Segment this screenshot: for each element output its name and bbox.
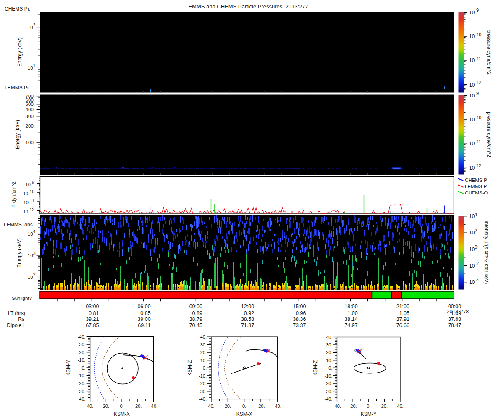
svg-text:0.: 0. [203,365,207,370]
svg-text:100.: 100. [26,140,35,145]
svg-text:pressure dyne/cm^2: pressure dyne/cm^2 [486,112,492,157]
svg-text:10-11: 10-11 [24,198,34,205]
svg-text:10-9: 10-9 [469,8,479,16]
svg-text:-20.: -20. [199,381,207,386]
svg-text:40.: 40. [208,404,214,409]
svg-text:38.36: 38.36 [293,316,306,322]
svg-text:102: 102 [28,272,36,280]
svg-text:Energy (keV): Energy (keV) [17,37,23,67]
svg-text:Energy (keV): Energy (keV) [16,238,22,268]
svg-text:500.: 500. [26,102,35,107]
svg-text:40.: 40. [397,404,403,409]
svg-text:37.91: 37.91 [396,316,410,322]
svg-text:2013-278: 2013-278 [447,309,469,315]
svg-text:0.: 0. [367,404,370,409]
svg-text:10-2: 10-2 [469,261,479,269]
svg-text:LEMMS Ions: LEMMS Ions [4,222,33,228]
svg-text:CHEMS Pr.: CHEMS Pr. [5,6,30,12]
svg-text:-40.: -40. [78,334,86,339]
svg-text:-20.: -20. [325,381,333,386]
svg-text:74.97: 74.97 [344,323,357,328]
svg-text:1.00: 1.00 [347,310,357,316]
svg-text:06:00: 06:00 [137,304,150,310]
svg-text:100: 100 [469,244,477,252]
svg-text:76.66: 76.66 [396,323,410,328]
svg-text:10-9: 10-9 [469,91,479,99]
svg-text:20.: 20. [79,381,85,386]
svg-text:102: 102 [28,22,36,30]
svg-text:KSM-Z: KSM-Z [312,360,318,376]
svg-text:1.05: 1.05 [399,310,410,316]
svg-text:101: 101 [28,63,36,71]
svg-text:10-11: 10-11 [469,56,481,64]
svg-text:-40.: -40. [273,404,281,409]
svg-text:intensity 1/(s cm^2 ster keV): intensity 1/(s cm^2 ster keV) [483,221,489,284]
svg-text:-30.: -30. [325,389,333,394]
svg-text:-20.: -20. [78,350,86,355]
svg-text:71.87: 71.87 [241,323,254,328]
svg-text:40.: 40. [87,404,93,409]
svg-text:09:00: 09:00 [189,304,202,310]
svg-text:78.47: 78.47 [448,323,461,328]
svg-text:-20.: -20. [349,404,357,409]
svg-text:102: 102 [469,228,477,236]
svg-text:-40.: -40. [199,396,207,402]
svg-text:40.: 40. [326,335,332,340]
svg-text:LT (hrs): LT (hrs) [8,310,25,316]
svg-text:-40.: -40. [150,404,158,409]
svg-text:39.21: 39.21 [86,316,99,322]
svg-text:200.: 200. [26,123,35,129]
svg-text:-10.: -10. [325,373,333,378]
svg-text:10.: 10. [200,358,207,363]
svg-text:10-12: 10-12 [23,207,34,214]
svg-text:10-9: 10-9 [26,180,35,187]
svg-text:P dyn/cm^2: P dyn/cm^2 [11,181,17,207]
svg-text:pressure dyne/cm^2: pressure dyne/cm^2 [486,29,492,75]
svg-text:103: 103 [28,251,36,258]
svg-text:104: 104 [469,212,477,220]
svg-text:21:00: 21:00 [396,304,410,310]
svg-text:CHEMS-O: CHEMS-O [465,190,488,195]
svg-text:20.: 20. [381,404,388,409]
svg-text:30.: 30. [326,342,332,347]
svg-text:-40.: -40. [325,396,333,402]
svg-text:KSM-X: KSM-X [236,411,252,417]
svg-text:-10.: -10. [199,373,207,378]
svg-text:03:00: 03:00 [86,304,99,310]
svg-text:30.: 30. [200,342,207,347]
svg-text:Rs: Rs [18,316,24,322]
svg-text:Sunlight?: Sunlight? [12,296,32,301]
svg-text:10-12: 10-12 [469,163,481,171]
svg-text:-20.: -20. [257,404,265,409]
svg-text:40.: 40. [79,396,85,402]
svg-text:10.: 10. [79,373,85,378]
svg-text:0.: 0. [242,404,246,409]
svg-text:KSM-Y: KSM-Y [66,360,71,376]
svg-text:70.45: 70.45 [189,323,202,328]
svg-text:LEMMS-P: LEMMS-P [465,184,487,189]
svg-text:10-12: 10-12 [469,80,481,88]
svg-text:0.89: 0.89 [192,310,202,316]
svg-text:38.58: 38.58 [241,316,254,322]
svg-text:0.85: 0.85 [140,310,150,316]
svg-text:39.00: 39.00 [137,316,150,322]
svg-text:-30.: -30. [78,342,86,347]
svg-text:69.11: 69.11 [138,323,150,328]
svg-text:KSM-X: KSM-X [114,411,130,417]
svg-text:10-10: 10-10 [469,115,481,123]
svg-text:0.: 0. [120,404,124,409]
svg-text:Dipole L: Dipole L [7,323,26,328]
svg-text:18:00: 18:00 [344,304,357,310]
svg-text:LEMMS Pr.: LEMMS Pr. [5,85,30,91]
svg-text:-10.: -10. [78,357,86,362]
svg-text:37.68: 37.68 [448,316,461,322]
svg-text:-40.: -40. [333,404,341,409]
svg-text:20.: 20. [225,404,231,409]
svg-text:30.: 30. [79,389,85,394]
svg-text:0.: 0. [81,365,85,370]
svg-text:10-4: 10-4 [469,278,479,286]
svg-text:73.37: 73.37 [293,323,306,328]
svg-text:0.96: 0.96 [296,310,306,316]
svg-text:0.81: 0.81 [89,310,99,316]
svg-text:20.: 20. [200,350,207,355]
